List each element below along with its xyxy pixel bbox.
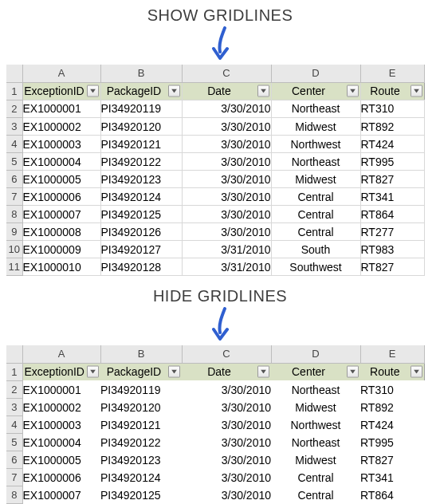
cell-date[interactable]: 3/30/2010 xyxy=(182,451,271,469)
cell-exceptionid[interactable]: EX1000004 xyxy=(22,153,100,171)
cell-date[interactable]: 3/30/2010 xyxy=(182,381,271,399)
cell-center[interactable]: Northeast xyxy=(271,153,360,171)
cell-date[interactable]: 3/30/2010 xyxy=(182,416,271,434)
row-header[interactable]: 3 xyxy=(6,399,22,416)
col-header-D[interactable]: D xyxy=(271,345,360,363)
row-header[interactable]: 6 xyxy=(6,451,22,469)
table-header-exceptionid[interactable]: ExceptionID xyxy=(22,82,100,100)
cell-packageid[interactable]: PI34920123 xyxy=(100,451,182,469)
cell-route[interactable]: RT864 xyxy=(360,206,424,223)
row-header[interactable]: 1 xyxy=(6,363,22,380)
col-header-B[interactable]: B xyxy=(100,65,182,82)
cell-center[interactable]: Northwest xyxy=(271,416,360,434)
cell-date[interactable]: 3/31/2010 xyxy=(182,258,271,276)
cell-center[interactable]: Northeast xyxy=(271,434,360,451)
cell-packageid[interactable]: PI34920124 xyxy=(100,469,182,486)
cell-center[interactable]: Northwest xyxy=(271,136,360,153)
cell-route[interactable]: RT277 xyxy=(360,223,424,241)
table-header-center[interactable]: Center xyxy=(271,363,360,380)
table-header-exceptionid[interactable]: ExceptionID xyxy=(22,363,100,380)
filter-button[interactable] xyxy=(168,85,180,97)
cell-packageid[interactable]: PI34920127 xyxy=(100,241,182,258)
filter-button[interactable] xyxy=(347,366,359,378)
table-header-date[interactable]: Date xyxy=(182,363,271,380)
cell-center[interactable]: Central xyxy=(271,223,360,241)
cell-packageid[interactable]: PI34920121 xyxy=(100,136,182,153)
cell-date[interactable]: 3/30/2010 xyxy=(182,118,271,136)
col-header-A[interactable]: A xyxy=(22,65,100,82)
cell-date[interactable]: 3/30/2010 xyxy=(182,434,271,451)
cell-date[interactable]: 3/30/2010 xyxy=(182,223,271,241)
cell-center[interactable]: Midwest xyxy=(271,451,360,469)
cell-date[interactable]: 3/30/2010 xyxy=(182,486,271,504)
filter-button[interactable] xyxy=(257,85,269,97)
cell-exceptionid[interactable]: EX1000008 xyxy=(22,223,100,241)
row-header[interactable]: 8 xyxy=(6,486,22,504)
table-header-date[interactable]: Date xyxy=(182,82,271,100)
cell-route[interactable]: RT995 xyxy=(360,434,424,451)
cell-packageid[interactable]: PI34920126 xyxy=(100,223,182,241)
cell-exceptionid[interactable]: EX1000010 xyxy=(22,258,100,276)
cell-center[interactable]: Central xyxy=(271,206,360,223)
filter-button[interactable] xyxy=(347,85,359,97)
cell-exceptionid[interactable]: EX1000005 xyxy=(22,451,100,469)
cell-center[interactable]: Northeast xyxy=(271,100,360,118)
col-header-C[interactable]: C xyxy=(182,65,271,82)
row-header[interactable]: 5 xyxy=(6,434,22,451)
cell-center[interactable]: Northeast xyxy=(271,381,360,399)
select-all-corner[interactable] xyxy=(6,345,22,363)
col-header-C[interactable]: C xyxy=(182,345,271,363)
filter-button[interactable] xyxy=(257,366,269,378)
cell-route[interactable]: RT983 xyxy=(360,241,424,258)
cell-route[interactable]: RT424 xyxy=(360,416,424,434)
row-header[interactable]: 4 xyxy=(6,416,22,434)
cell-route[interactable]: RT892 xyxy=(360,399,424,416)
row-header[interactable]: 8 xyxy=(6,206,22,223)
table-header-route[interactable]: Route xyxy=(360,82,424,100)
row-header[interactable]: 3 xyxy=(6,118,22,136)
cell-route[interactable]: RT827 xyxy=(360,451,424,469)
filter-button[interactable] xyxy=(87,366,99,378)
cell-date[interactable]: 3/30/2010 xyxy=(182,206,271,223)
cell-center[interactable]: Central xyxy=(271,469,360,486)
cell-packageid[interactable]: PI34920121 xyxy=(100,416,182,434)
row-header[interactable]: 7 xyxy=(6,188,22,206)
cell-route[interactable]: RT310 xyxy=(360,100,424,118)
row-header[interactable]: 4 xyxy=(6,136,22,153)
cell-center[interactable]: Midwest xyxy=(271,171,360,188)
cell-route[interactable]: RT892 xyxy=(360,118,424,136)
row-header[interactable]: 5 xyxy=(6,153,22,171)
cell-exceptionid[interactable]: EX1000007 xyxy=(22,206,100,223)
cell-route[interactable]: RT827 xyxy=(360,171,424,188)
table-header-packageid[interactable]: PackageID xyxy=(100,82,182,100)
row-header[interactable]: 10 xyxy=(6,241,22,258)
cell-route[interactable]: RT341 xyxy=(360,469,424,486)
cell-exceptionid[interactable]: EX1000006 xyxy=(22,188,100,206)
cell-route[interactable]: RT827 xyxy=(360,258,424,276)
cell-center[interactable]: Central xyxy=(271,188,360,206)
cell-center[interactable]: Southwest xyxy=(271,258,360,276)
cell-exceptionid[interactable]: EX1000003 xyxy=(22,136,100,153)
cell-packageid[interactable]: PI34920119 xyxy=(100,100,182,118)
cell-center[interactable]: Central xyxy=(271,486,360,504)
table-header-center[interactable]: Center xyxy=(271,82,360,100)
row-header[interactable]: 2 xyxy=(6,381,22,399)
table-header-packageid[interactable]: PackageID xyxy=(100,363,182,380)
cell-route[interactable]: RT864 xyxy=(360,486,424,504)
cell-packageid[interactable]: PI34920120 xyxy=(100,399,182,416)
cell-date[interactable]: 3/30/2010 xyxy=(182,100,271,118)
col-header-B[interactable]: B xyxy=(100,345,182,363)
cell-exceptionid[interactable]: EX1000002 xyxy=(22,399,100,416)
cell-date[interactable]: 3/30/2010 xyxy=(182,171,271,188)
select-all-corner[interactable] xyxy=(6,65,22,82)
row-header[interactable]: 7 xyxy=(6,469,22,486)
col-header-E[interactable]: E xyxy=(360,65,424,82)
cell-packageid[interactable]: PI34920125 xyxy=(100,206,182,223)
cell-center[interactable]: South xyxy=(271,241,360,258)
cell-exceptionid[interactable]: EX1000009 xyxy=(22,241,100,258)
cell-exceptionid[interactable]: EX1000002 xyxy=(22,118,100,136)
cell-exceptionid[interactable]: EX1000001 xyxy=(22,100,100,118)
cell-date[interactable]: 3/31/2010 xyxy=(182,241,271,258)
cell-packageid[interactable]: PI34920119 xyxy=(100,381,182,399)
cell-date[interactable]: 3/30/2010 xyxy=(182,188,271,206)
